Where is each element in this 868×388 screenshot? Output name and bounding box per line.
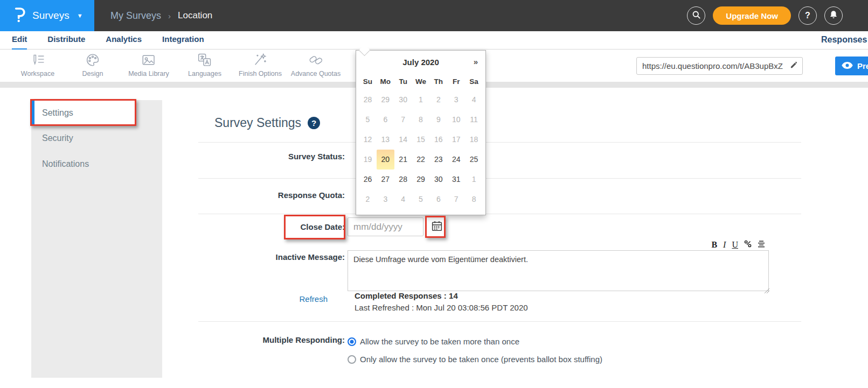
- search-button[interactable]: [687, 6, 705, 25]
- weekday-label: Fr: [447, 77, 465, 86]
- italic-button[interactable]: I: [723, 241, 726, 249]
- survey-url-box: [636, 57, 803, 75]
- help-button[interactable]: ?: [798, 6, 817, 25]
- next-month-button[interactable]: »: [474, 57, 478, 66]
- calendar-day[interactable]: 31: [447, 170, 465, 189]
- link-button[interactable]: [744, 240, 752, 249]
- edit-url-pencil-icon[interactable]: [790, 61, 798, 71]
- languages-icon: [188, 53, 221, 68]
- align-button[interactable]: [758, 241, 765, 249]
- calendar-day[interactable]: 26: [359, 170, 377, 189]
- date-grid: 2829301234567891011121314151617181920212…: [359, 90, 483, 209]
- toolbar-item-finish-options[interactable]: Finish Options: [239, 53, 282, 77]
- calendar-day[interactable]: 28: [394, 170, 412, 189]
- calendar-day[interactable]: 24: [447, 150, 465, 170]
- topbar-actions: Upgrade Now ?: [687, 6, 843, 25]
- divider: [198, 321, 801, 322]
- calendar-day: 2: [429, 90, 447, 110]
- toolbar-item-label: Languages: [188, 70, 221, 77]
- toolbar-item-label: Media Library: [128, 70, 169, 77]
- calendar-day[interactable]: 25: [465, 150, 483, 170]
- radio-unselected[interactable]: [348, 355, 356, 364]
- responses-link[interactable]: Responses: [821, 31, 867, 48]
- preview-button[interactable]: Preview: [835, 57, 868, 75]
- calendar-icon: [432, 221, 442, 234]
- nav-tab-integration[interactable]: Integration: [162, 31, 204, 50]
- calendar-day: 5: [412, 189, 430, 209]
- inactive-message-label: Inactive Message:: [198, 252, 345, 262]
- eye-icon: [842, 61, 853, 70]
- calendar-day[interactable]: 21: [394, 150, 412, 170]
- calendar-day: 14: [394, 130, 412, 150]
- product-switcher[interactable]: Surveys ▼: [0, 0, 94, 31]
- settings-panel: Survey Settings ? Survey Status: Respons…: [198, 88, 801, 388]
- finish-options-icon: [239, 53, 282, 68]
- weekday-label: Sa: [465, 77, 483, 86]
- calendar-day: 3: [447, 90, 465, 110]
- survey-status-label: Survey Status:: [198, 152, 345, 161]
- datepicker-month-title: July 2020: [356, 58, 485, 67]
- survey-url-input[interactable]: [642, 61, 788, 70]
- calendar-day: 4: [394, 189, 412, 209]
- calendar-picker-button[interactable]: [428, 218, 445, 236]
- close-date-input[interactable]: [348, 217, 423, 236]
- toolbar-item-label: Design: [82, 70, 103, 77]
- toolbar-item-design[interactable]: Design: [82, 53, 103, 77]
- calendar-day: 17: [447, 130, 465, 150]
- sidebar-item-settings[interactable]: Settings: [31, 101, 136, 125]
- weekday-label: Mo: [377, 77, 394, 86]
- sidebar-item-notifications[interactable]: Notifications: [42, 159, 89, 169]
- refresh-link[interactable]: Refresh: [198, 294, 328, 304]
- calendar-day[interactable]: 22: [412, 150, 430, 170]
- calendar-day: 2: [359, 189, 377, 209]
- underline-button[interactable]: U: [732, 241, 738, 249]
- calendar-day[interactable]: 29: [412, 170, 430, 189]
- notifications-button[interactable]: [824, 6, 843, 25]
- sidebar-item-label: Settings: [42, 108, 73, 118]
- weekday-label: We: [412, 77, 430, 86]
- divider: [198, 142, 801, 143]
- calendar-day[interactable]: 27: [377, 170, 394, 189]
- inactive-message-textarea[interactable]: Diese Umfrage wurde vom Eigentümer deakt…: [348, 250, 769, 291]
- calendar-day[interactable]: 23: [429, 150, 447, 170]
- title-help-icon[interactable]: ?: [308, 117, 320, 129]
- format-toolbar: B I U: [700, 240, 765, 249]
- weekday-label: Tu: [394, 77, 412, 86]
- weekday-label: Su: [359, 77, 377, 86]
- resize-handle[interactable]: [765, 286, 800, 387]
- calendar-day: 11: [465, 110, 483, 130]
- toolbar-item-label: Advance Quotas: [291, 70, 341, 77]
- calendar-day: 13: [377, 130, 394, 150]
- sidebar-item-security[interactable]: Security: [42, 133, 73, 143]
- survey-nav: EditDistributeAnalyticsIntegration Respo…: [0, 31, 868, 50]
- toolbar-item-languages[interactable]: Languages: [188, 53, 221, 77]
- bell-icon: [829, 10, 838, 22]
- responding-option-1[interactable]: Allow the survey to be taken more than o…: [348, 337, 519, 346]
- datepicker-popup: July 2020 » SuMoTuWeThFrSa 2829301234567…: [356, 50, 486, 215]
- calendar-day: 30: [394, 90, 412, 110]
- breadcrumb-my-surveys[interactable]: My Surveys: [110, 10, 161, 22]
- calendar-day: 3: [377, 189, 394, 209]
- calendar-week-row: 19202122232425: [359, 150, 483, 170]
- calendar-day: 15: [412, 130, 430, 150]
- nav-tab-edit[interactable]: Edit: [12, 31, 27, 50]
- bold-button[interactable]: B: [711, 241, 717, 249]
- calendar-day: 16: [429, 130, 447, 150]
- upgrade-now-button[interactable]: Upgrade Now: [713, 6, 791, 25]
- toolbar-item-media-library[interactable]: Media Library: [128, 53, 169, 77]
- completed-responses-text: Completed Responses : 14: [355, 291, 458, 300]
- toolbar-item-workspace[interactable]: Workspace: [21, 53, 54, 77]
- calendar-day-selected[interactable]: 20: [377, 150, 394, 170]
- calendar-week-row: 2345678: [359, 189, 483, 209]
- radio-selected[interactable]: [348, 337, 356, 346]
- question-mark-icon: ?: [805, 11, 810, 20]
- nav-tab-distribute[interactable]: Distribute: [47, 31, 85, 50]
- toolbar-item-advance-quotas[interactable]: Advance Quotas: [291, 53, 341, 77]
- responding-option-2[interactable]: Only allow the survey to be taken once (…: [348, 355, 602, 364]
- calendar-day: 4: [465, 90, 483, 110]
- nav-tab-analytics[interactable]: Analytics: [106, 31, 142, 50]
- search-icon: [692, 10, 701, 22]
- calendar-day[interactable]: 30: [429, 170, 447, 189]
- breadcrumb: My Surveys › Location: [110, 0, 212, 31]
- response-quota-label: Response Quota:: [198, 191, 345, 200]
